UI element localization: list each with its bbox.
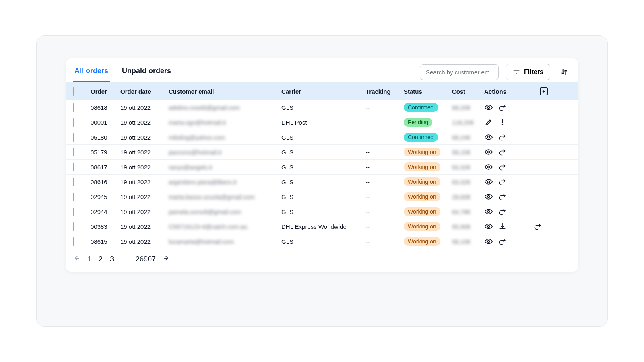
row-checkbox[interactable] — [73, 222, 74, 231]
pagination-page-2[interactable]: 2 — [99, 255, 103, 263]
tabs: All orders Unpaid orders — [73, 64, 413, 82]
pagination-page-3[interactable]: 3 — [110, 255, 114, 263]
row-checkbox[interactable] — [73, 193, 74, 201]
table-row: 0294519 ott 2022marta.basso.scuola@gmail… — [66, 189, 578, 204]
row-checkbox[interactable] — [73, 178, 74, 186]
cell-actions — [484, 177, 533, 186]
cell-tracking: -- — [366, 223, 404, 230]
svg-point-5 — [488, 151, 490, 153]
col-date: Order date — [120, 88, 169, 95]
sort-button[interactable] — [557, 65, 571, 79]
row-action-undo[interactable] — [498, 162, 507, 171]
pagination-next[interactable] — [163, 255, 170, 264]
search-input[interactable] — [420, 64, 499, 80]
eye-icon — [485, 237, 493, 245]
cell-date: 19 ott 2022 — [120, 104, 169, 111]
cell-status: Working on — [404, 222, 452, 231]
add-column-button[interactable]: + — [540, 87, 548, 95]
row-action-view[interactable] — [484, 103, 493, 112]
tab-unpaid-orders[interactable]: Unpaid orders — [120, 64, 173, 82]
row-checkbox[interactable] — [73, 208, 74, 216]
table-row: 0038319 ott 2022C56716123-4@catch.com.au… — [66, 219, 578, 234]
cell-actions — [484, 237, 533, 246]
table-row: 0518019 ott 2022mikding@yahoo.comGLS--Co… — [66, 130, 578, 145]
undo-icon — [534, 222, 542, 230]
table-row: 0000119 ott 2022maria.ogo@hotmail.itDHL … — [66, 115, 578, 130]
row-action-view[interactable] — [484, 177, 493, 186]
row-checkbox[interactable] — [73, 163, 74, 171]
cell-status: Working on — [404, 192, 452, 202]
row-checkbox[interactable] — [73, 133, 74, 142]
col-tracking: Tracking — [366, 88, 404, 95]
cell-email: maria.ogo@hotmail.it — [169, 119, 281, 126]
orders-panel: All orders Unpaid orders Filters Order O… — [66, 58, 578, 272]
row-action-undo[interactable] — [498, 148, 507, 156]
row-action-view[interactable] — [484, 148, 493, 156]
svg-point-2 — [502, 122, 503, 123]
row-action-edit[interactable] — [484, 118, 493, 127]
cell-cost: 63,32€ — [452, 164, 484, 171]
row-action-more[interactable] — [498, 118, 507, 127]
row-action-view[interactable] — [484, 133, 493, 142]
undo-icon — [498, 148, 506, 156]
arrow-right-icon — [163, 255, 170, 262]
cell-actions — [484, 207, 533, 216]
undo-icon — [498, 208, 506, 216]
cell-status: Working on — [404, 207, 452, 216]
eye-icon — [485, 208, 493, 216]
row-checkbox[interactable] — [73, 118, 74, 127]
row-action-undo[interactable] — [498, 103, 507, 112]
row-checkbox[interactable] — [73, 148, 74, 156]
row-action-view[interactable] — [484, 192, 493, 201]
sort-icon — [560, 68, 568, 76]
cell-actions — [484, 148, 533, 156]
cell-carrier: GLS — [281, 208, 366, 215]
table-row: 0861819 ott 2022adelino.rosetti@gmail.co… — [66, 100, 578, 115]
row-action-undo[interactable] — [533, 222, 542, 231]
tab-all-orders[interactable]: All orders — [73, 64, 110, 82]
cell-actions — [484, 192, 533, 201]
cell-order: 00001 — [91, 119, 120, 126]
eye-icon — [485, 178, 493, 186]
col-status: Status — [404, 88, 452, 95]
cell-date: 19 ott 2022 — [120, 119, 169, 126]
cell-cost: 68,20€ — [452, 104, 484, 111]
select-all-checkbox[interactable] — [73, 87, 74, 96]
cell-actions — [484, 118, 533, 127]
svg-point-8 — [488, 196, 490, 198]
cell-date: 19 ott 2022 — [120, 193, 169, 200]
row-action-view[interactable] — [484, 237, 493, 246]
row-action-undo[interactable] — [498, 207, 507, 216]
filters-button[interactable]: Filters — [506, 64, 550, 80]
cell-order: 02945 — [91, 193, 120, 200]
row-checkbox[interactable] — [73, 237, 74, 246]
cell-cost: 118,20€ — [452, 119, 484, 126]
pagination-page-1[interactable]: 1 — [87, 255, 91, 263]
pagination-prev[interactable] — [73, 255, 80, 264]
row-action-view[interactable] — [484, 162, 493, 171]
undo-icon — [498, 163, 506, 171]
cell-cost: 95,90€ — [452, 223, 484, 230]
cell-cost: 28,60€ — [452, 193, 484, 200]
cell-carrier: GLS — [281, 104, 366, 111]
row-action-view[interactable] — [484, 207, 493, 216]
undo-icon — [498, 178, 506, 186]
row-action-undo[interactable] — [498, 237, 507, 246]
table-row: 0861519 ott 2022lucamarta@hotmail.comGLS… — [66, 234, 578, 249]
row-checkbox[interactable] — [73, 103, 74, 112]
edit-icon — [485, 118, 493, 126]
row-action-undo[interactable] — [498, 192, 507, 201]
eye-icon — [485, 148, 493, 156]
row-action-undo[interactable] — [498, 133, 507, 142]
col-cost: Cost — [452, 88, 484, 95]
row-action-download[interactable] — [498, 222, 507, 231]
arrow-left-icon — [73, 255, 80, 262]
table-body: 0861819 ott 2022adelino.rosetti@gmail.co… — [66, 100, 578, 249]
cell-carrier: GLS — [281, 193, 366, 200]
pagination-page-last[interactable]: 26907 — [136, 255, 156, 263]
cell-order: 05180 — [91, 134, 120, 141]
eye-icon — [485, 222, 493, 230]
cell-status: Working on — [404, 148, 452, 157]
row-action-view[interactable] — [484, 222, 493, 231]
row-action-undo[interactable] — [498, 177, 507, 186]
